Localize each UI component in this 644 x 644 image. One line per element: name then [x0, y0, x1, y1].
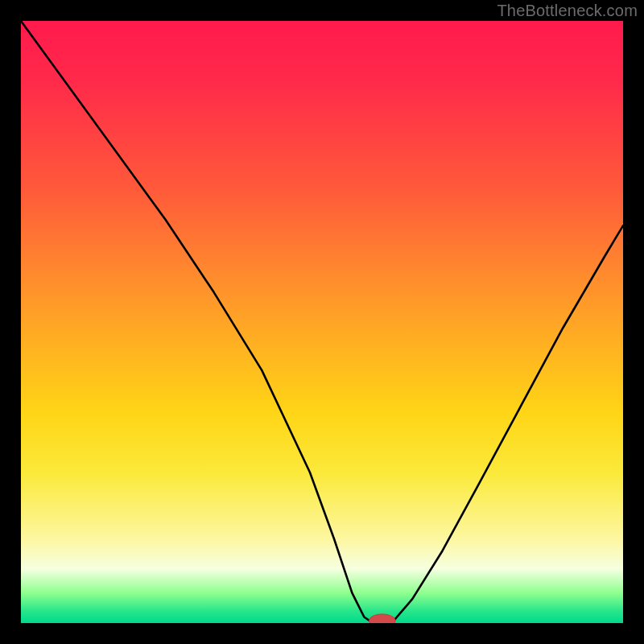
chart-frame: TheBottleneck.com	[0, 0, 644, 644]
attribution-text: TheBottleneck.com	[497, 2, 638, 20]
plot-area	[21, 21, 623, 623]
minimum-marker	[369, 614, 395, 623]
bottleneck-curve	[21, 21, 623, 623]
curve-svg	[21, 21, 623, 623]
